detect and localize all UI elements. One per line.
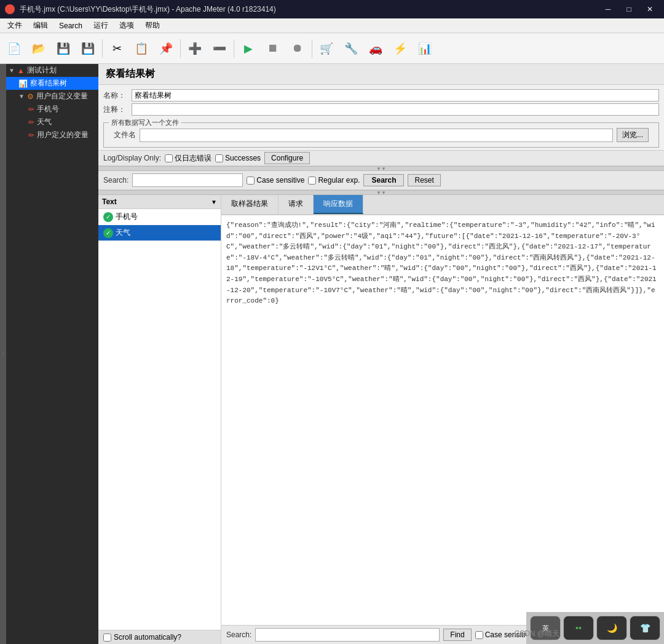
find-button[interactable]: Find xyxy=(443,629,471,641)
weather-label: 天气 xyxy=(37,117,52,127)
open-button[interactable]: 📂 xyxy=(27,37,50,60)
userdefined-label: 用户定义的变量 xyxy=(37,130,89,140)
menu-edit[interactable]: 编辑 xyxy=(28,19,53,32)
watermark: CSDN @晴天 xyxy=(514,629,559,639)
regex-checkbox[interactable] xyxy=(308,177,316,185)
list-item-weather[interactable]: ✓ 天气 xyxy=(98,225,221,241)
bottom-search-input[interactable] xyxy=(255,628,440,642)
name-input[interactable] xyxy=(132,89,659,101)
case-sensitive-label[interactable]: Case sensitive xyxy=(247,176,304,185)
file-group-title: 所有数据写入一个文件 xyxy=(109,118,181,127)
case-sensitive-text: Case sensitive xyxy=(256,176,304,185)
tree-list-header-text: Text xyxy=(102,197,117,206)
sidebar-item-userdefined[interactable]: ✏ 用户定义的变量 xyxy=(6,129,98,141)
sidebar-item-viewresults[interactable]: 📊 察看结果树 xyxy=(6,77,98,90)
tree-list-header: Text ▼ xyxy=(98,195,221,209)
stop2-button[interactable]: ⏺ xyxy=(286,37,309,60)
weather-icon: ✏ xyxy=(28,118,34,127)
comment-input[interactable] xyxy=(132,103,659,116)
regex-label[interactable]: Regular exp. xyxy=(308,176,360,185)
tool5-button[interactable]: 📊 xyxy=(413,37,437,60)
menu-options[interactable]: 选项 xyxy=(114,19,139,32)
panel-title: 察看结果树 xyxy=(106,68,155,79)
toolbar-sep2 xyxy=(180,39,181,58)
tool4-button[interactable]: ⚡ xyxy=(389,37,412,60)
errors-label: 仅日志错误 xyxy=(175,153,211,164)
cut-button[interactable]: ✂ xyxy=(105,37,128,60)
results-area: Text ▼ ✓ 手机号 ✓ 天气 Scrol xyxy=(98,195,664,644)
add-button[interactable]: ➕ xyxy=(183,37,207,60)
errors-checkbox[interactable] xyxy=(165,154,173,162)
menu-search[interactable]: Search xyxy=(54,20,87,31)
uservars-label: 用户自定义变量 xyxy=(36,91,88,101)
phone-icon: ✏ xyxy=(28,105,34,114)
app-icon xyxy=(5,4,15,14)
sidebar-item-phone[interactable]: ✏ 手机号 xyxy=(6,103,98,116)
userdefined-icon: ✏ xyxy=(28,131,34,140)
name-label: 名称： xyxy=(103,90,128,101)
taskbar-btn-moon-text: 🌙 xyxy=(607,623,617,633)
testplan-label: 测试计划 xyxy=(27,65,57,76)
tree-list-items: ✓ 手机号 ✓ 天气 xyxy=(98,209,221,630)
tool2-button[interactable]: 🔧 xyxy=(339,37,363,60)
stop-button[interactable]: ⏹ xyxy=(261,37,285,60)
taskbar-btn-dots[interactable]: •• xyxy=(563,616,594,640)
remove-button[interactable]: ➖ xyxy=(208,37,231,60)
sidebar-item-weather[interactable]: ✏ 天气 xyxy=(6,116,98,129)
maximize-button[interactable]: □ xyxy=(620,3,638,15)
dropdown-arrow[interactable]: ▼ xyxy=(211,199,217,205)
minimize-button[interactable]: ─ xyxy=(599,3,617,15)
list-item-phone[interactable]: ✓ 手机号 xyxy=(98,209,221,225)
taskbar-btn-moon[interactable]: 🌙 xyxy=(596,616,627,640)
sidebar-item-uservars[interactable]: ▼ ⚙ 用户自定义变量 xyxy=(6,90,98,103)
file-input[interactable] xyxy=(140,129,613,142)
tool3-button[interactable]: 🚗 xyxy=(364,37,387,60)
file-group: 所有数据写入一个文件 文件名 浏览... xyxy=(103,122,659,148)
menu-run[interactable]: 运行 xyxy=(89,19,113,32)
status-icon-weather: ✓ xyxy=(103,228,113,238)
content-area: 察看结果树 名称： 注释： 所有数据写入一个文件 文件名 浏览... Log/ xyxy=(98,64,664,644)
menu-help[interactable]: 帮助 xyxy=(140,19,165,32)
comment-label: 注释： xyxy=(103,105,128,115)
save2-button[interactable]: 💾 xyxy=(76,37,100,60)
regex-text: Regular exp. xyxy=(318,176,360,185)
collapse-handle2[interactable]: ▼▼ xyxy=(98,190,664,195)
errors-checkbox-label[interactable]: 仅日志错误 xyxy=(165,153,211,164)
bottom-case-checkbox[interactable] xyxy=(475,631,483,639)
search-input[interactable] xyxy=(132,173,243,187)
sidebar-item-testplan[interactable]: ▼ ▲ 测试计划 xyxy=(6,64,98,77)
right-panel: 取样器结果 请求 响应数据 {"reason":"查询成功!","result"… xyxy=(221,195,664,644)
tool1-button[interactable]: 🛒 xyxy=(315,37,338,60)
save-button[interactable]: 💾 xyxy=(52,37,75,60)
status-icon-phone: ✓ xyxy=(103,212,113,222)
case-sensitive-checkbox[interactable] xyxy=(247,177,255,185)
tab-request[interactable]: 请求 xyxy=(279,195,314,214)
scroll-auto-row: Scroll automatically? xyxy=(98,630,221,644)
search-label: Search: xyxy=(103,176,128,185)
list-item-phone-text: 手机号 xyxy=(116,212,138,222)
toolbar-sep4 xyxy=(312,39,312,58)
bottom-search-label: Search: xyxy=(226,630,251,639)
paste-button[interactable]: 📌 xyxy=(154,37,178,60)
configure-button[interactable]: Configure xyxy=(264,152,310,164)
successes-checkbox[interactable] xyxy=(215,154,223,162)
search-button[interactable]: Search xyxy=(363,174,404,186)
tab-response-data[interactable]: 响应数据 xyxy=(314,195,363,214)
uservars-icon: ⚙ xyxy=(27,92,34,101)
tab-sampler-result[interactable]: 取样器结果 xyxy=(221,195,279,214)
collapse-handle1[interactable]: ▼▼ xyxy=(98,166,664,171)
menu-file[interactable]: 文件 xyxy=(2,19,27,32)
viewresults-label: 察看结果树 xyxy=(30,78,67,89)
successes-checkbox-label[interactable]: Successes xyxy=(215,154,261,162)
successes-label: Successes xyxy=(225,154,261,162)
scroll-auto-checkbox[interactable] xyxy=(103,634,111,642)
browse-button[interactable]: 浏览... xyxy=(617,128,649,142)
reset-button[interactable]: Reset xyxy=(408,174,440,186)
new-button[interactable]: 📄 xyxy=(2,37,26,60)
search-bar: Search: Case sensitive Regular exp. Sear… xyxy=(98,171,664,190)
taskbar-btn-shirt[interactable]: 👕 xyxy=(630,616,660,640)
close-button[interactable]: ✕ xyxy=(641,3,659,15)
copy-button[interactable]: 📋 xyxy=(130,37,153,60)
toolbar: 📄 📂 💾 💾 ✂ 📋 📌 ➕ ➖ ▶ ⏹ ⏺ 🛒 🔧 🚗 ⚡ 📊 xyxy=(0,33,664,64)
run-button[interactable]: ▶ xyxy=(237,37,260,60)
